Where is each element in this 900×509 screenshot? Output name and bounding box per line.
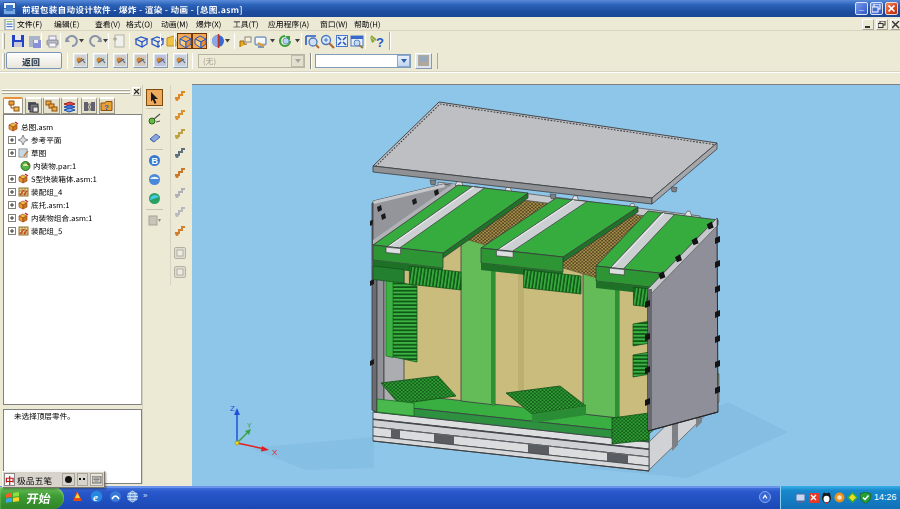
svg-text:Y: Y — [247, 422, 252, 429]
svg-text:Z: Z — [230, 404, 235, 413]
svg-text:e: e — [93, 491, 98, 503]
svg-text:B: B — [152, 156, 159, 166]
svg-text:X: X — [272, 448, 278, 457]
svg-text:?: ? — [104, 103, 109, 112]
svg-text:?: ? — [376, 35, 384, 49]
